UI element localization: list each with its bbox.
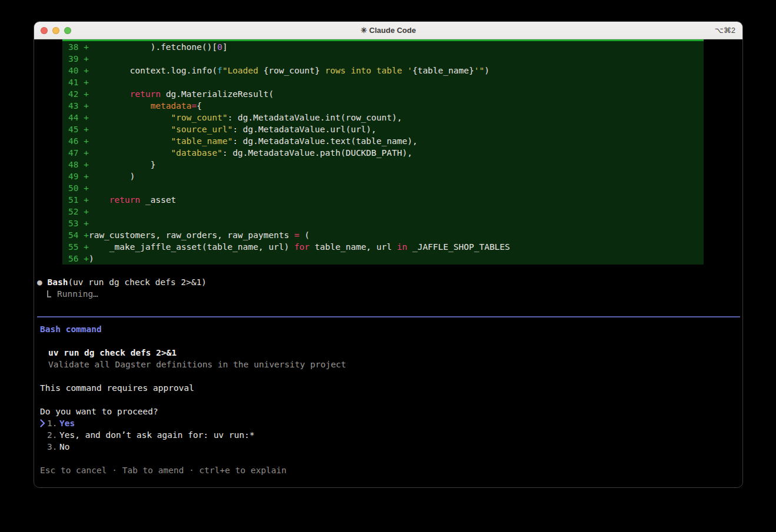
code-segment bbox=[89, 89, 130, 99]
line-number-and-plus: 53 + bbox=[68, 219, 89, 228]
approval-notice: This command requires approval bbox=[40, 382, 194, 394]
task-status-line: ● Bash(uv run dg check defs 2>&1) bbox=[37, 276, 207, 288]
diff-line: 55 + _make_jaffle_asset(table_name, url)… bbox=[62, 241, 704, 253]
option-row[interactable]: 2.Yes, and don’t ask again for: uv run:* bbox=[40, 429, 255, 441]
tool-args: (uv run dg check defs 2>&1) bbox=[68, 277, 207, 287]
line-number-and-plus: 54 + bbox=[68, 230, 89, 240]
line-number-and-plus: 39 + bbox=[68, 54, 89, 63]
line-number-and-plus: 46 + bbox=[68, 136, 89, 146]
line-number-and-plus: 50 + bbox=[68, 183, 89, 193]
line-number-and-plus: 51 + bbox=[68, 195, 89, 205]
command-text: uv run dg check defs 2>&1 bbox=[48, 347, 176, 359]
code-segment: : dg.MetadataValue.url(url), bbox=[232, 125, 376, 134]
code-segment: dg.MaterializeResult( bbox=[161, 89, 274, 99]
code-segment: {row_count} bbox=[264, 66, 320, 75]
diff-line: 42 + return dg.MaterializeResult( bbox=[62, 88, 704, 100]
diff-line: 40 + context.log.info(f"Loaded {row_coun… bbox=[62, 65, 704, 76]
line-number-and-plus: 55 + bbox=[68, 242, 89, 252]
diff-line: 54 +raw_customers, raw_orders, raw_payme… bbox=[62, 229, 704, 241]
line-number-and-plus: 45 + bbox=[68, 125, 89, 134]
window-title: ✳ Claude Code bbox=[34, 26, 742, 35]
code-segment: raw_customers, raw_orders, raw_payments bbox=[89, 230, 294, 240]
diff-line: 47 + "database": dg.MetadataValue.path(D… bbox=[62, 147, 704, 159]
line-number-and-plus: 38 + bbox=[68, 42, 89, 52]
task-running-status: Running… bbox=[57, 289, 98, 299]
code-segment: ) bbox=[89, 254, 94, 263]
line-number-and-plus: 47 + bbox=[68, 148, 89, 158]
keyboard-hints: Esc to cancel · Tab to amend · ctrl+e to… bbox=[40, 464, 287, 476]
option-row[interactable]: 1.Yes bbox=[40, 417, 255, 429]
code-segment: : dg.MetadataValue.text(table_name), bbox=[232, 136, 417, 146]
code-segment: _JAFFLE_SHOP_TABLES bbox=[407, 242, 510, 252]
line-number-and-plus: 40 + bbox=[68, 66, 89, 75]
code-segment: { bbox=[197, 101, 202, 111]
code-segment: return bbox=[109, 195, 140, 205]
line-number-and-plus: 43 + bbox=[68, 101, 89, 111]
diff-line: 41 + bbox=[62, 76, 704, 88]
diff-line: 53 + bbox=[62, 218, 704, 229]
diff-line: 56 +) bbox=[62, 253, 704, 265]
line-number-and-plus: 41 + bbox=[68, 78, 89, 87]
code-segment bbox=[89, 136, 171, 146]
diff-line: 51 + return _asset bbox=[62, 194, 704, 206]
code-segment bbox=[89, 125, 171, 134]
code-segment: ).fetchone()[ bbox=[89, 42, 217, 52]
terminal-window: ✳ Claude Code ⌥⌘2 38 + ).fetchone()[0]39… bbox=[34, 21, 743, 488]
code-segment: ) bbox=[484, 66, 489, 75]
code-segment: {table_name} bbox=[412, 66, 474, 75]
result-elbow-icon bbox=[47, 290, 51, 297]
code-segment: "Loaded bbox=[222, 66, 264, 75]
line-number-and-plus: 49 + bbox=[68, 172, 89, 181]
code-segment: ( bbox=[299, 230, 309, 240]
diff-line: 45 + "source_url": dg.MetadataValue.url(… bbox=[62, 123, 704, 135]
code-segment bbox=[89, 101, 151, 111]
code-segment: : dg.MetadataValue.path(DUCKDB_PATH), bbox=[222, 148, 412, 158]
task-result-line: Running… bbox=[37, 288, 98, 300]
code-segment: context.log.info( bbox=[89, 66, 217, 75]
diff-line: 52 + bbox=[62, 206, 704, 218]
command-description: Validate all Dagster definitions in the … bbox=[48, 359, 346, 370]
diff-line: 38 + ).fetchone()[0] bbox=[62, 41, 704, 53]
code-segment: _make_jaffle_asset(table_name, url) bbox=[89, 242, 294, 252]
terminal-content: 38 + ).fetchone()[0]39 +40 + context.log… bbox=[34, 39, 742, 488]
diff-block: 38 + ).fetchone()[0]39 +40 + context.log… bbox=[62, 39, 704, 265]
code-segment: "row_count" bbox=[171, 113, 228, 122]
option-label: No bbox=[59, 442, 69, 451]
window-shortcut: ⌥⌘2 bbox=[715, 26, 735, 35]
code-segment: return bbox=[130, 89, 161, 99]
approval-panel-divider bbox=[37, 316, 740, 317]
code-segment: = bbox=[294, 230, 299, 240]
option-number: 3. bbox=[47, 441, 59, 453]
code-segment: table_name, url bbox=[309, 242, 397, 252]
code-segment: "source_url" bbox=[171, 125, 233, 134]
code-segment: for bbox=[294, 242, 309, 252]
code-segment: 0 bbox=[217, 42, 222, 52]
line-number-and-plus: 48 + bbox=[68, 160, 89, 169]
diff-line: 49 + ) bbox=[62, 170, 704, 182]
option-label: Yes bbox=[59, 419, 75, 428]
code-segment: : dg.MetadataValue.int(row_count), bbox=[228, 113, 402, 122]
code-segment: } bbox=[89, 160, 156, 169]
code-segment: ] bbox=[222, 42, 228, 52]
tool-name: Bash bbox=[47, 277, 68, 287]
code-segment: _asset bbox=[140, 195, 176, 205]
line-number-and-plus: 56 + bbox=[68, 254, 89, 263]
code-segment bbox=[89, 148, 171, 158]
code-segment: f bbox=[217, 66, 222, 75]
code-segment: in bbox=[397, 242, 407, 252]
diff-line: 50 + bbox=[62, 182, 704, 194]
dialog-title: Bash command bbox=[40, 323, 102, 335]
diff-line: 48 + } bbox=[62, 159, 704, 170]
diff-lines: 38 + ).fetchone()[0]39 +40 + context.log… bbox=[62, 41, 704, 265]
code-segment bbox=[89, 113, 171, 122]
option-number: 2. bbox=[47, 429, 59, 441]
code-segment: '" bbox=[474, 66, 484, 75]
option-row[interactable]: 3.No bbox=[40, 441, 255, 453]
option-number: 1. bbox=[47, 417, 59, 429]
proceed-question: Do you want to proceed? bbox=[40, 406, 158, 417]
code-segment: ) bbox=[89, 172, 135, 181]
options-list: 1.Yes2.Yes, and don’t ask again for: uv … bbox=[40, 417, 255, 453]
code-segment: "database" bbox=[171, 148, 222, 158]
diff-line: 46 + "table_name": dg.MetadataValue.text… bbox=[62, 135, 704, 147]
code-segment: rows into table ' bbox=[320, 66, 412, 75]
